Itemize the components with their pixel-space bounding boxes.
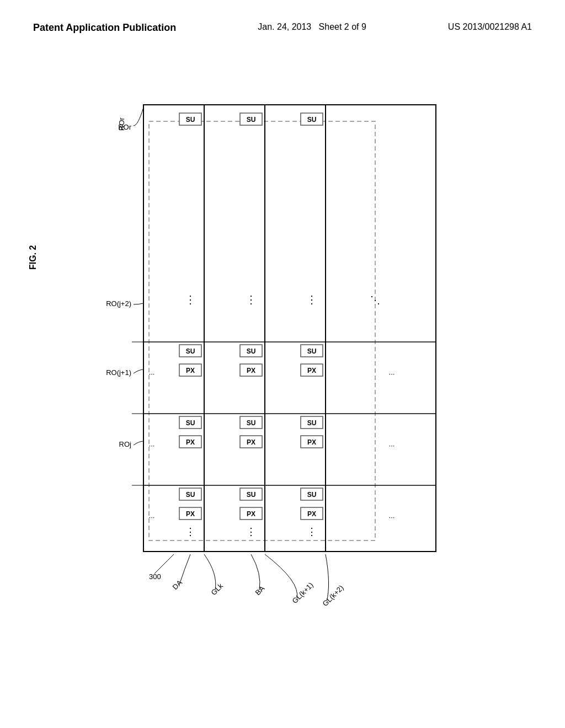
svg-text:⋮: ⋮ (246, 526, 256, 537)
svg-text:···: ··· (149, 441, 155, 449)
publication-type: Patent Application Publication (33, 22, 176, 34)
svg-text:SU: SU (186, 347, 195, 355)
svg-text:GLk: GLk (210, 581, 225, 597)
svg-text:PX: PX (247, 438, 255, 446)
svg-text:⋮: ⋮ (185, 526, 195, 537)
svg-text:PX: PX (186, 510, 195, 518)
svg-text:···: ··· (389, 441, 395, 449)
svg-text:SU: SU (247, 347, 256, 355)
svg-text:SU: SU (247, 419, 256, 427)
svg-text:SU: SU (247, 491, 256, 499)
svg-text:⋮: ⋮ (306, 293, 317, 306)
svg-text:RO(j+1): RO(j+1) (106, 368, 131, 377)
svg-text:GL(k+2): GL(k+2) (321, 584, 345, 608)
svg-text:ROr: ROr (118, 123, 132, 131)
svg-text:PX: PX (307, 510, 316, 518)
svg-text:SU: SU (186, 491, 195, 499)
svg-text:SU: SU (307, 116, 317, 124)
svg-text:⋮: ⋮ (185, 293, 196, 306)
publication-number: US 2013/0021298 A1 (448, 22, 532, 32)
diagram-area: SU SU SU ⋮ ⋮ ⋮ ⋱ SU SU SU ··· PX PX PX ·… (94, 88, 480, 634)
svg-text:PX: PX (307, 438, 316, 446)
svg-text:SU: SU (186, 116, 195, 124)
svg-text:···: ··· (389, 370, 395, 378)
svg-text:RO(j+2): RO(j+2) (106, 299, 131, 308)
svg-text:PX: PX (247, 367, 255, 374)
svg-text:⋮: ⋮ (246, 293, 257, 306)
svg-text:PX: PX (186, 367, 195, 374)
svg-text:SU: SU (307, 419, 317, 427)
svg-text:DA: DA (171, 579, 184, 592)
svg-rect-1 (149, 121, 375, 540)
publication-date-sheet: Jan. 24, 2013 Sheet 2 of 9 (258, 22, 366, 32)
svg-text:SU: SU (247, 116, 256, 124)
diagram-svg: SU SU SU ⋮ ⋮ ⋮ ⋱ SU SU SU ··· PX PX PX ·… (94, 88, 480, 634)
svg-rect-0 (143, 105, 436, 552)
svg-text:⋱: ⋱ (370, 295, 380, 306)
svg-text:ROj: ROj (119, 440, 132, 448)
svg-text:···: ··· (389, 513, 395, 521)
svg-text:SU: SU (186, 419, 195, 427)
page-header: Patent Application Publication Jan. 24, … (0, 22, 565, 34)
svg-text:300: 300 (149, 572, 161, 581)
svg-text:SU: SU (307, 347, 317, 355)
svg-text:···: ··· (149, 370, 155, 378)
svg-text:PX: PX (247, 510, 255, 518)
svg-text:SU: SU (307, 491, 317, 499)
figure-label: FIG. 2 (28, 245, 38, 270)
svg-text:PX: PX (307, 367, 316, 374)
svg-text:···: ··· (149, 513, 155, 521)
svg-text:⋮: ⋮ (307, 526, 317, 537)
svg-text:PX: PX (186, 438, 195, 446)
